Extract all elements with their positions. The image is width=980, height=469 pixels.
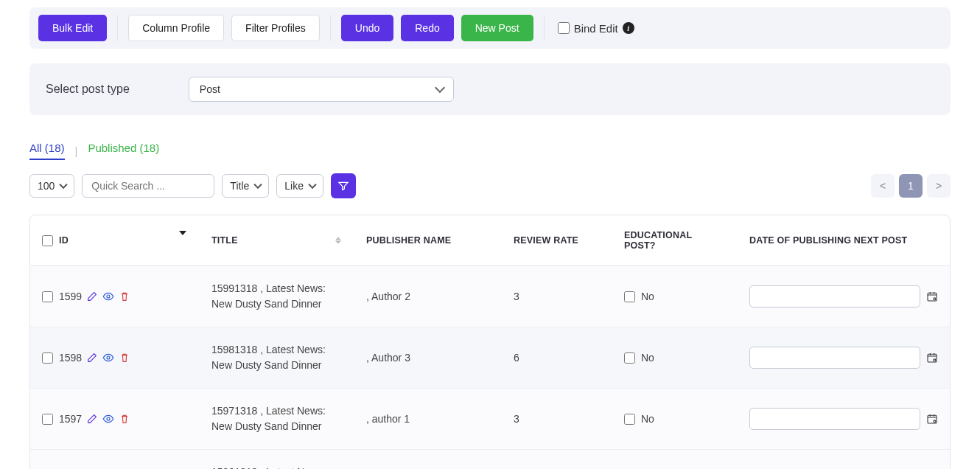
- row-checkbox[interactable]: [42, 352, 53, 364]
- table-row: 1598 15981318 , Latest News: New Dusty S…: [30, 327, 950, 389]
- search-field-select[interactable]: Title: [222, 174, 269, 198]
- svg-point-8: [934, 420, 936, 423]
- row-rate: 3: [502, 389, 612, 450]
- page-size-select[interactable]: 100: [29, 174, 74, 198]
- search-field-value: Title: [230, 180, 249, 192]
- post-type-label: Select post type: [46, 83, 130, 96]
- bind-edit-checkbox[interactable]: [558, 22, 570, 34]
- row-id: 1597: [59, 413, 82, 425]
- view-icon[interactable]: [102, 291, 114, 302]
- col-id-header[interactable]: ID: [30, 215, 200, 266]
- row-publisher: , author 1: [354, 389, 502, 450]
- tab-published[interactable]: Published (18): [88, 142, 159, 160]
- table-row: 1596 15961318 , Latest News: New Dusty S…: [30, 450, 950, 469]
- post-type-bar: Select post type Post: [29, 63, 951, 115]
- edu-checkbox[interactable]: [624, 291, 635, 302]
- toolbar: Bulk Edit Column Profile Filter Profiles…: [29, 7, 951, 49]
- svg-point-5: [934, 359, 936, 361]
- row-id: 1599: [59, 291, 82, 302]
- row-title: 15961318 , Latest News: New Dusty Sand D…: [211, 465, 343, 469]
- edu-checkbox[interactable]: [624, 352, 635, 364]
- page-size-value: 100: [38, 180, 55, 192]
- filter-profiles-button[interactable]: Filter Profiles: [231, 15, 320, 41]
- bind-edit-label: Bind Edit: [574, 22, 618, 35]
- filter-icon: [337, 180, 349, 192]
- search-op-value: Like: [284, 180, 304, 192]
- page-current[interactable]: 1: [899, 174, 923, 198]
- filter-row: 100 Title Like < 1 >: [29, 173, 951, 198]
- svg-point-3: [107, 356, 110, 359]
- calendar-icon[interactable]: [926, 352, 938, 364]
- page-prev[interactable]: <: [871, 174, 895, 198]
- redo-button[interactable]: Redo: [401, 15, 453, 41]
- table-row: 1597 15971318 , Latest News: New Dusty S…: [30, 389, 950, 450]
- page-next[interactable]: >: [927, 174, 951, 198]
- row-publisher: , Author 2: [354, 266, 502, 327]
- sort-down-icon: [179, 231, 186, 246]
- row-publisher: , Author 3: [354, 327, 502, 389]
- col-date-header[interactable]: DATE OF PUBLISHING NEXT POST: [738, 215, 950, 266]
- row-title: 15971318 , Latest News: New Dusty Sand D…: [211, 403, 343, 434]
- date-input[interactable]: [749, 285, 920, 308]
- row-rate: 6: [502, 327, 612, 389]
- view-icon[interactable]: [102, 413, 114, 425]
- svg-point-2: [934, 298, 936, 300]
- edit-icon[interactable]: [86, 413, 98, 425]
- date-input[interactable]: [749, 347, 920, 369]
- row-rate: 6: [502, 450, 612, 469]
- date-input[interactable]: [749, 408, 920, 430]
- posts-table: ID TITLE PUBLISHER NAME REVIEW RATE EDUC…: [29, 215, 951, 469]
- svg-point-6: [107, 417, 110, 420]
- sort-updown-icon: [335, 237, 341, 244]
- edu-checkbox[interactable]: [624, 414, 635, 425]
- bulk-edit-button[interactable]: Bulk Edit: [38, 15, 107, 41]
- search-op-select[interactable]: Like: [276, 174, 323, 198]
- post-type-select[interactable]: Post: [189, 77, 454, 102]
- col-publisher-header[interactable]: PUBLISHER NAME: [354, 215, 502, 266]
- pagination: < 1 >: [871, 174, 951, 198]
- edu-label: No: [641, 352, 654, 364]
- select-all-checkbox[interactable]: [42, 235, 53, 246]
- edit-icon[interactable]: [86, 291, 98, 302]
- info-icon[interactable]: i: [623, 22, 634, 34]
- filter-button[interactable]: [331, 173, 356, 198]
- row-rate: 3: [502, 266, 612, 327]
- svg-point-0: [107, 295, 110, 298]
- delete-icon[interactable]: [119, 352, 130, 364]
- delete-icon[interactable]: [119, 413, 130, 425]
- tab-all[interactable]: All (18): [29, 142, 65, 160]
- table-row: 1599 15991318 , Latest News: New Dusty S…: [30, 266, 950, 327]
- row-checkbox[interactable]: [42, 291, 53, 302]
- view-icon[interactable]: [102, 352, 114, 364]
- undo-button[interactable]: Undo: [341, 15, 393, 41]
- col-id-label: ID: [59, 235, 69, 246]
- col-edu-header[interactable]: EDUCATIONAL POST?: [612, 215, 738, 266]
- quick-search-input[interactable]: [82, 174, 214, 198]
- row-title: 15981318 , Latest News: New Dusty Sand D…: [211, 342, 343, 373]
- calendar-icon[interactable]: [926, 413, 938, 425]
- col-rate-header[interactable]: REVIEW RATE: [502, 215, 612, 266]
- edit-icon[interactable]: [86, 352, 98, 364]
- row-checkbox[interactable]: [42, 414, 53, 425]
- delete-icon[interactable]: [119, 291, 130, 302]
- new-post-button[interactable]: New Post: [461, 15, 533, 41]
- edu-label: No: [641, 413, 654, 425]
- edu-label: No: [641, 291, 654, 302]
- row-id: 1598: [59, 352, 82, 364]
- row-title: 15991318 , Latest News: New Dusty Sand D…: [211, 281, 343, 312]
- calendar-icon[interactable]: [926, 291, 938, 302]
- col-title-header[interactable]: TITLE: [200, 215, 354, 266]
- tab-separator: |: [75, 145, 78, 157]
- column-profile-button[interactable]: Column Profile: [128, 15, 224, 41]
- col-title-label: TITLE: [211, 235, 238, 246]
- row-publisher: ,author 2: [354, 450, 502, 469]
- status-tabs: All (18) | Published (18): [29, 142, 951, 160]
